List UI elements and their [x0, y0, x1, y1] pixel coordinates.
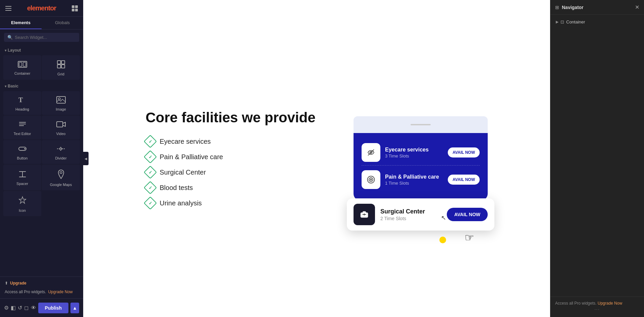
upgrade-icon: ⬆: [5, 281, 8, 286]
widgets-scroll: Layout Container: [0, 45, 83, 276]
pain-slots: 1 Time Slots: [385, 181, 443, 186]
basic-widget-grid: T Heading Image: [0, 90, 83, 217]
widget-grid[interactable]: Grid: [42, 55, 80, 80]
check-icon-surgical: [144, 166, 157, 179]
card-top-line: [411, 124, 431, 125]
canvas-content: Core facilities we provide Eyecare servi…: [132, 96, 501, 221]
svg-rect-2: [23, 62, 26, 66]
layers-button[interactable]: ◧: [11, 302, 16, 314]
svg-rect-3: [57, 61, 61, 64]
tab-elements[interactable]: Elements: [0, 17, 42, 29]
nav-ellipsis: ···: [555, 306, 639, 313]
navigator-header: ⊞ Navigator ✕: [550, 0, 644, 15]
svg-rect-5: [57, 65, 61, 68]
pain-info: Pain & Palliative care 1 Time Slots: [385, 174, 443, 186]
list-item: Urine analysis: [146, 198, 333, 208]
surgical-avail-button[interactable]: AVAIL NOW: [447, 208, 488, 221]
card-top-area: [354, 116, 488, 133]
widget-text-editor[interactable]: Text Editor: [3, 116, 41, 139]
widget-icon-label: Icon: [19, 208, 26, 212]
eyecare-avail-button[interactable]: AVAIL NOW: [448, 147, 480, 157]
widget-video-label: Video: [56, 132, 66, 136]
nav-upgrade-link[interactable]: Upgrade Now: [598, 301, 622, 306]
nav-tree-item-container[interactable]: ▶ ⊡ Container: [553, 17, 641, 26]
pain-service-name: Pain & Palliative care: [385, 174, 443, 180]
list-item: Surgical Center: [146, 168, 333, 177]
publish-button[interactable]: Publish: [38, 303, 69, 313]
widget-heading[interactable]: T Heading: [3, 91, 41, 115]
yellow-cursor-dot: [439, 237, 446, 243]
app-logo: elementor: [27, 4, 56, 12]
eyecare-slots: 3 Time Slots: [385, 153, 443, 158]
list-item: Blood tests: [146, 183, 333, 192]
sidebar-collapse-handle[interactable]: ◀: [83, 152, 89, 165]
widget-grid-label: Grid: [57, 72, 64, 76]
service-row-pain: Pain & Palliative care 1 Time Slots AVAI…: [362, 167, 480, 192]
widget-icon[interactable]: Icon: [3, 191, 41, 216]
facilities-title: Core facilities we provide: [146, 109, 333, 126]
svg-rect-28: [363, 211, 366, 213]
widget-button[interactable]: Button: [3, 140, 41, 164]
responsive-button[interactable]: ◻: [24, 302, 29, 314]
apps-grid-icon[interactable]: [72, 5, 78, 11]
svg-point-21: [60, 172, 62, 174]
navigator-title: Navigator: [562, 5, 584, 10]
upgrade-button[interactable]: Upgrade: [10, 281, 26, 286]
cursor-hand-icon: ☞: [465, 231, 474, 244]
widget-divider-label: Divider: [55, 156, 66, 160]
widget-divider[interactable]: Divider: [42, 140, 80, 164]
pro-widgets-banner: Access all Pro widgets. Upgrade Now: [5, 288, 78, 296]
svg-point-9: [58, 98, 60, 100]
eyecare-service-name: Eyecare services: [385, 147, 443, 153]
widget-google-maps-label: Google Maps: [50, 183, 72, 187]
widget-spacer[interactable]: Spacer: [3, 165, 41, 190]
section-label-basic: Basic: [0, 81, 83, 90]
widget-image[interactable]: Image: [42, 91, 80, 115]
tab-globals[interactable]: Globals: [42, 17, 83, 29]
menu-icon[interactable]: [5, 6, 11, 11]
check-icon-pain: [144, 150, 157, 164]
surgical-service-name: Surgical Center: [380, 208, 441, 215]
svg-point-25: [369, 178, 373, 182]
main-card: Eyecare services 3 Time Slots AVAIL NOW: [354, 116, 488, 200]
facilities-cards: Eyecare services 3 Time Slots AVAIL NOW: [354, 116, 488, 200]
publish-chevron[interactable]: ▲: [70, 303, 79, 313]
svg-rect-6: [61, 65, 65, 68]
history-button[interactable]: ↺: [18, 302, 22, 314]
svg-rect-4: [61, 61, 65, 64]
section-label-layout: Layout: [0, 45, 83, 54]
upgrade-now-link[interactable]: Upgrade Now: [48, 290, 72, 294]
spacer-icon: [18, 171, 27, 180]
container-icon: [18, 61, 27, 69]
svg-point-24: [368, 176, 375, 183]
settings-button[interactable]: ⚙: [4, 302, 9, 314]
search-bar: 🔍: [4, 33, 79, 42]
navigator-widget-icon: ⊞: [555, 5, 559, 10]
search-input[interactable]: [15, 35, 76, 40]
icon-widget-icon: [18, 196, 27, 206]
grid-widget-icon: [57, 60, 65, 70]
svg-point-15: [24, 148, 25, 149]
svg-rect-13: [57, 122, 63, 127]
navigator-close-button[interactable]: ✕: [635, 4, 639, 10]
text-editor-icon: [18, 121, 27, 130]
floating-surgical-card: Surgical Center 2 Time Slots AVAIL NOW ☞: [347, 198, 494, 231]
navigator-footer: Access all Pro widgets. Upgrade Now ···: [550, 297, 644, 317]
divider-icon: [56, 145, 66, 154]
facility-list: Eyecare services Pain & Palliative care …: [146, 137, 333, 208]
sidebar-header: elementor: [0, 0, 83, 17]
navigator-tree: ▶ ⊡ Container: [550, 15, 644, 29]
widget-container[interactable]: Container: [3, 55, 41, 80]
widget-spacer-label: Spacer: [16, 182, 28, 186]
preview-button[interactable]: 👁: [31, 302, 36, 314]
check-icon-blood: [144, 181, 157, 194]
image-icon: [56, 96, 66, 105]
nav-header-left: ⊞ Navigator: [555, 5, 584, 10]
svg-point-26: [370, 179, 372, 181]
widget-heading-label: Heading: [15, 107, 29, 111]
pro-widgets-text: Access all Pro widgets.: [5, 290, 46, 294]
widget-video[interactable]: Video: [42, 116, 80, 139]
search-icon: 🔍: [7, 35, 13, 40]
widget-google-maps[interactable]: Google Maps: [42, 165, 80, 190]
pain-avail-button[interactable]: AVAIL NOW: [448, 175, 480, 185]
